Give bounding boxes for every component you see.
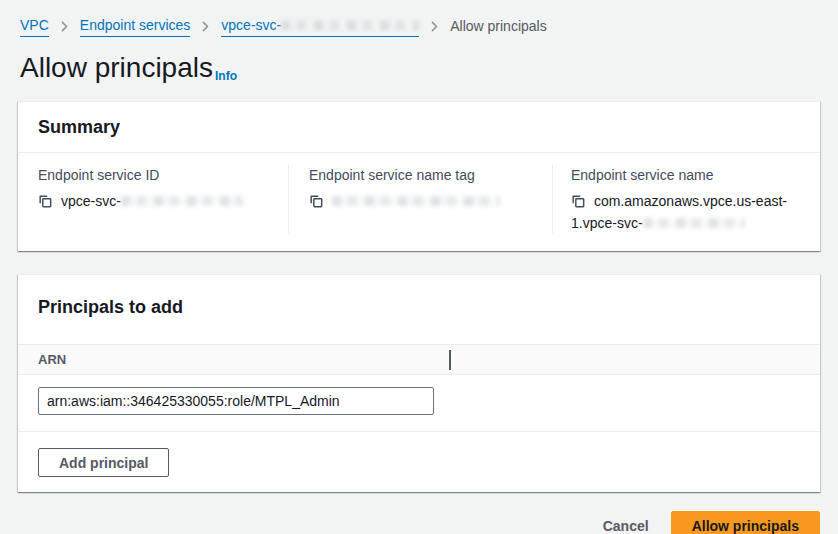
breadcrumb-current-page: Allow principals	[450, 16, 546, 36]
field-value	[309, 191, 552, 213]
breadcrumb: VPC Endpoint services vpce-svc- Allow pr…	[18, 0, 820, 37]
page-title: Allow principals	[20, 52, 213, 83]
chevron-right-icon	[429, 21, 440, 32]
endpoint-service-id-prefix: vpce-svc-	[61, 193, 121, 209]
breadcrumb-link-vpc[interactable]: VPC	[20, 15, 49, 37]
footer-actions: Cancel Allow principals	[18, 492, 820, 534]
allow-principals-page: VPC Endpoint services vpce-svc- Allow pr…	[0, 0, 838, 534]
arn-input-row	[18, 375, 820, 431]
field-value: vpce-svc-	[38, 191, 288, 213]
summary-card-header: Summary	[18, 102, 820, 153]
summary-field-endpoint-service-id: Endpoint service ID vpce-svc-	[38, 165, 288, 233]
field-label: Endpoint service ID	[38, 165, 288, 185]
principals-card: Principals to add ARN Add principal	[18, 274, 820, 492]
summary-body: Endpoint service ID vpce-svc- Endpoint s…	[18, 153, 820, 251]
column-resize-handle[interactable]	[449, 350, 451, 370]
summary-heading: Summary	[38, 116, 800, 138]
chevron-right-icon	[59, 21, 70, 32]
field-value: com.amazonaws.vpce.us-east-1.vpce-svc-	[571, 191, 800, 233]
summary-field-endpoint-service-name-tag: Endpoint service name tag	[288, 165, 552, 233]
principals-actions-row: Add principal	[18, 432, 820, 492]
redacted-text	[121, 196, 243, 206]
breadcrumb-link-endpoint-services[interactable]: Endpoint services	[80, 15, 191, 37]
principals-heading: Principals to add	[38, 296, 800, 318]
redacted-text	[332, 196, 500, 206]
arn-input[interactable]	[38, 387, 434, 415]
copy-icon[interactable]	[571, 193, 585, 213]
page-title-row: Allow principalsInfo	[18, 37, 820, 101]
chevron-right-icon	[200, 21, 211, 32]
cancel-button[interactable]: Cancel	[591, 512, 661, 534]
summary-field-endpoint-service-name: Endpoint service name com.amazonaws.vpce…	[552, 165, 800, 233]
info-link[interactable]: Info	[215, 69, 237, 83]
redacted-text	[281, 21, 419, 30]
copy-icon[interactable]	[309, 193, 323, 213]
principals-card-header: Principals to add	[18, 275, 820, 344]
field-label: Endpoint service name	[571, 165, 800, 185]
breadcrumb-link-endpoint-service-id[interactable]: vpce-svc-	[221, 15, 419, 37]
arn-column-header: ARN	[38, 352, 66, 367]
field-label: Endpoint service name tag	[309, 165, 552, 185]
breadcrumb-service-id-prefix: vpce-svc-	[221, 17, 281, 33]
add-principal-button[interactable]: Add principal	[38, 448, 169, 477]
principals-table-header: ARN	[18, 344, 820, 375]
summary-card: Summary Endpoint service ID vpce-svc- En…	[18, 101, 820, 251]
copy-icon[interactable]	[38, 193, 52, 213]
redacted-text	[643, 218, 745, 228]
allow-principals-button[interactable]: Allow principals	[671, 511, 820, 534]
